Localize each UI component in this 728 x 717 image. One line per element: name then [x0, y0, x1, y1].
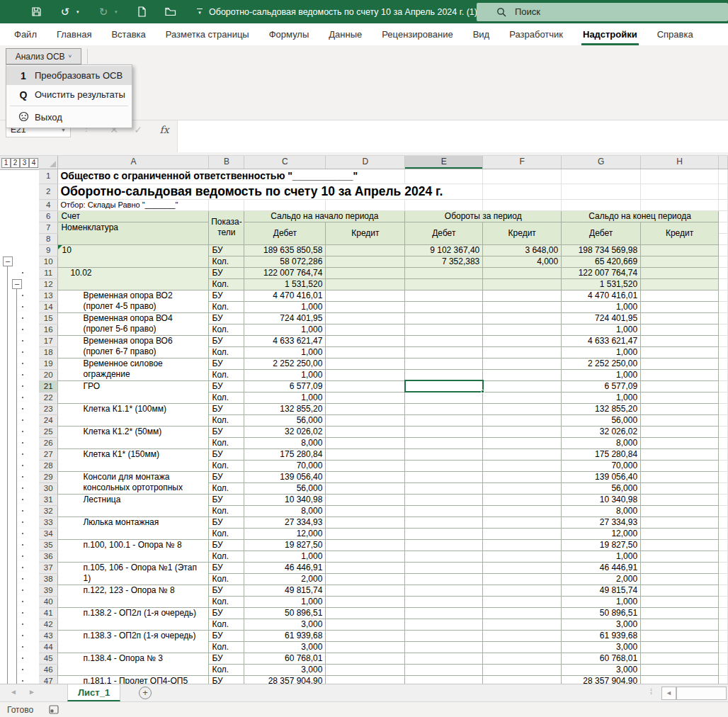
row-header-41[interactable]: 41 [39, 607, 58, 619]
cell-A21[interactable]: ГРО [58, 380, 209, 403]
cell-H28[interactable] [641, 460, 719, 471]
outline-level-4[interactable]: 4 [29, 158, 38, 168]
cell-D11[interactable] [326, 267, 405, 278]
cell-C41[interactable]: 50 896,51 [244, 607, 326, 619]
row-header-27[interactable]: 27 [39, 448, 58, 460]
row-header-12[interactable]: 12 [39, 278, 58, 290]
cell-D9[interactable] [326, 244, 405, 256]
cell-G4[interactable] [562, 199, 641, 210]
row-header-25[interactable]: 25 [39, 426, 58, 437]
cell-G18[interactable]: 1,000 [562, 346, 641, 358]
column-header-C[interactable]: C [244, 156, 326, 169]
cell-C33[interactable]: 27 334,93 [244, 516, 326, 528]
cell-F11[interactable] [483, 267, 562, 278]
cell-E19[interactable] [405, 358, 483, 369]
ribbon-tab-developer[interactable]: Разработчик [499, 23, 573, 45]
cell-E15[interactable] [405, 312, 483, 324]
cell-D21[interactable] [326, 380, 405, 392]
cell-G2[interactable] [562, 184, 641, 199]
cell-B6[interactable]: Показа-тели [209, 210, 244, 244]
cell-B26[interactable]: Кол. [209, 437, 244, 448]
cell-B39[interactable]: БУ [209, 585, 244, 596]
cell-C31[interactable]: 10 340,98 [244, 494, 326, 505]
cell-C47[interactable]: 28 357 904,90 [244, 675, 326, 684]
cell-E28[interactable] [405, 460, 483, 471]
row-header-36[interactable]: 36 [39, 551, 58, 562]
row-header-37[interactable]: 37 [39, 562, 58, 573]
cell-H42[interactable] [641, 619, 719, 630]
cell-B33[interactable]: БУ [209, 516, 244, 528]
cell-H2[interactable] [641, 184, 719, 199]
cell-A1[interactable]: Общество с ограниченной ответственностью… [58, 169, 405, 184]
cell-H35[interactable] [641, 539, 719, 551]
ribbon-tab-page-layout[interactable]: Разметка страницы [156, 23, 259, 45]
cell-C26[interactable]: 8,000 [244, 437, 326, 448]
cell-F14[interactable] [483, 301, 562, 312]
row-header-44[interactable]: 44 [39, 641, 58, 653]
menu-item-clear-results[interactable]: QОчистить результаты [6, 85, 132, 104]
cell-D22[interactable] [326, 392, 405, 403]
cell-H18[interactable] [641, 346, 719, 358]
cell-H45[interactable] [641, 653, 719, 664]
cell-E9[interactable]: 9 102 367,40 [405, 244, 483, 256]
cell-E41[interactable] [405, 607, 483, 619]
column-header-H[interactable]: H [641, 156, 719, 169]
cell-E20[interactable] [405, 369, 483, 380]
cell-C15[interactable]: 724 401,95 [244, 312, 326, 324]
cell-E10[interactable]: 7 352,383 [405, 256, 483, 267]
cell-C37[interactable]: 46 446,91 [244, 562, 326, 573]
ribbon-tab-view[interactable]: Вид [463, 23, 500, 45]
row-header-26[interactable]: 26 [39, 437, 58, 448]
ribbon-tab-help[interactable]: Справка [647, 23, 703, 45]
macro-record-icon[interactable] [49, 705, 59, 714]
cell-G22[interactable]: 1,000 [562, 392, 641, 403]
cell-H1[interactable] [641, 169, 719, 184]
cell-G11[interactable]: 122 007 764,74 [562, 267, 641, 278]
outline-level-2[interactable]: 2 [11, 158, 20, 168]
cell-F2[interactable] [483, 184, 562, 199]
cell-E12[interactable] [405, 278, 483, 290]
cell-E34[interactable] [405, 528, 483, 539]
cell-B22[interactable]: Кол. [209, 392, 244, 403]
cell-A35[interactable]: п.100, 100.1 - Опора № 8 [58, 539, 209, 562]
row-header-6[interactable]: 6 [39, 210, 58, 222]
cell-C22[interactable]: 1,000 [244, 392, 326, 403]
cell-D23[interactable] [326, 403, 405, 414]
search-box[interactable]: Поиск [477, 3, 728, 21]
cell-A7[interactable]: Номенклатура [58, 222, 209, 244]
ribbon-tab-data[interactable]: Данные [319, 23, 372, 45]
outline-level-1[interactable]: 1 [1, 158, 11, 168]
row-header-10[interactable]: 10 [39, 256, 58, 267]
cell-H15[interactable] [641, 312, 719, 324]
row-header-24[interactable]: 24 [39, 414, 58, 426]
cell-F23[interactable] [483, 403, 562, 414]
row-header-7[interactable]: 7 [39, 222, 58, 233]
cell-F7[interactable]: Кредит [483, 222, 562, 244]
cell-D30[interactable] [326, 482, 405, 494]
cell-C44[interactable]: 3,000 [244, 641, 326, 653]
cell-A2[interactable]: Оборотно-сальдовая ведомость по счету 10… [58, 184, 483, 199]
cell-D35[interactable] [326, 539, 405, 551]
cell-D16[interactable] [326, 324, 405, 335]
selected-cell-outline[interactable] [404, 380, 484, 393]
cell-F17[interactable] [483, 335, 562, 346]
cell-G43[interactable]: 61 939,68 [562, 630, 641, 641]
cell-H22[interactable] [641, 392, 719, 403]
cell-F18[interactable] [483, 346, 562, 358]
cell-F27[interactable] [483, 448, 562, 460]
cell-G31[interactable]: 10 340,98 [562, 494, 641, 505]
column-header-G[interactable]: G [562, 156, 641, 169]
cell-D41[interactable] [326, 607, 405, 619]
cell-D43[interactable] [326, 630, 405, 641]
cell-G1[interactable] [562, 169, 641, 184]
cell-G44[interactable]: 3,000 [562, 641, 641, 653]
cell-G15[interactable]: 724 401,95 [562, 312, 641, 324]
cell-G21[interactable]: 6 577,09 [562, 380, 641, 392]
cell-C25[interactable]: 32 026,02 [244, 426, 326, 437]
cell-C20[interactable]: 1,000 [244, 369, 326, 380]
column-header-F[interactable]: F [483, 156, 562, 169]
sheet-tab-list1[interactable]: Лист_1 [67, 684, 120, 701]
cell-H23[interactable] [641, 403, 719, 414]
cell-C36[interactable]: 1,000 [244, 551, 326, 562]
cell-F15[interactable] [483, 312, 562, 324]
